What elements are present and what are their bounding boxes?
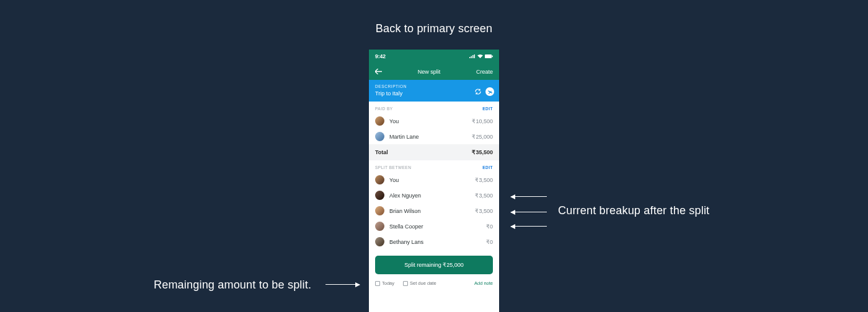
split-between-header: SPLIT BETWEEN EDIT xyxy=(369,160,499,172)
list-item[interactable]: You₹3,500 xyxy=(369,172,499,188)
split-between-label: SPLIT BETWEEN xyxy=(375,165,411,170)
arrow-icon xyxy=(511,212,547,212)
nav-title: New split xyxy=(418,69,441,75)
list-item-name: Martin Lane xyxy=(389,134,472,140)
avatar xyxy=(375,237,384,246)
list-item-name: Bethany Lans xyxy=(389,239,486,245)
total-row: Total ₹35,500 xyxy=(369,144,499,160)
due-date-label: Set due date xyxy=(410,280,436,286)
avatar xyxy=(375,222,384,231)
nav-bar: New split Create xyxy=(369,63,499,80)
list-item-amount: ₹25,000 xyxy=(472,134,493,140)
today-button[interactable]: Today xyxy=(375,280,394,286)
description-section: DESCRIPTION Trip to Italy xyxy=(369,80,499,102)
svg-rect-1 xyxy=(471,56,472,59)
list-item[interactable]: Stella Cooper₹0 xyxy=(369,219,499,234)
due-date-icon xyxy=(403,281,408,286)
category-travel-icon[interactable] xyxy=(485,87,494,96)
battery-icon xyxy=(485,54,493,58)
avatar xyxy=(375,132,384,141)
list-item-name: Alex Nguyen xyxy=(389,193,475,199)
paid-by-edit-button[interactable]: EDIT xyxy=(482,106,493,111)
paid-by-header: PAID BY EDIT xyxy=(369,102,499,113)
set-due-date-button[interactable]: Set due date xyxy=(403,280,436,286)
avatar xyxy=(375,175,384,184)
total-amount: ₹35,500 xyxy=(472,149,493,155)
status-icons xyxy=(469,54,493,58)
total-label: Total xyxy=(375,149,388,155)
calendar-icon xyxy=(375,281,380,286)
list-item[interactable]: You₹10,500 xyxy=(369,113,499,129)
list-item-amount: ₹0 xyxy=(486,239,493,245)
list-item-amount: ₹3,500 xyxy=(475,193,493,199)
svg-rect-2 xyxy=(472,55,474,58)
back-arrow-icon xyxy=(375,69,382,74)
avatar xyxy=(375,206,384,215)
arrow-icon xyxy=(511,196,547,197)
status-time: 9:42 xyxy=(375,53,386,59)
footer-bar: Today Set due date Add note xyxy=(369,279,499,287)
list-item-amount: ₹3,500 xyxy=(475,177,493,183)
add-note-button[interactable]: Add note xyxy=(474,280,493,286)
phone-frame: 9:42 New split Create DESCRIPTION Trip t… xyxy=(369,50,499,312)
list-item[interactable]: Alex Nguyen₹3,500 xyxy=(369,188,499,203)
annotation-top: Back to primary screen xyxy=(0,22,868,35)
list-item-amount: ₹3,500 xyxy=(475,208,493,214)
list-item[interactable]: Brian Wilson₹3,500 xyxy=(369,203,499,219)
signal-icon xyxy=(469,54,476,58)
arrow-icon xyxy=(511,226,547,227)
list-item-amount: ₹10,500 xyxy=(472,118,493,124)
list-item-name: Stella Cooper xyxy=(389,223,486,230)
status-bar: 9:42 xyxy=(369,50,499,63)
today-label: Today xyxy=(382,280,394,286)
back-button[interactable] xyxy=(375,69,382,74)
list-item-name: Brian Wilson xyxy=(389,208,475,214)
svg-rect-0 xyxy=(469,57,471,58)
refresh-icon[interactable] xyxy=(474,88,482,95)
svg-rect-3 xyxy=(474,54,476,58)
svg-rect-4 xyxy=(485,54,492,58)
create-button[interactable]: Create xyxy=(476,69,493,75)
annotation-right: Current breakup after the split xyxy=(558,204,709,217)
list-item[interactable]: Martin Lane₹25,000 xyxy=(369,129,499,144)
list-item[interactable]: Bethany Lans₹0 xyxy=(369,234,499,249)
split-remaining-button[interactable]: Split remaining ₹25,000 xyxy=(375,256,493,274)
list-item-amount: ₹0 xyxy=(486,223,493,230)
arrow-icon xyxy=(326,284,360,285)
wifi-icon xyxy=(477,54,483,58)
svg-rect-5 xyxy=(492,56,494,58)
annotation-left: Remainging amount to be split. xyxy=(154,279,311,292)
avatar xyxy=(375,191,384,200)
list-item-name: You xyxy=(389,177,475,183)
paid-by-label: PAID BY xyxy=(375,106,393,111)
split-between-edit-button[interactable]: EDIT xyxy=(482,165,493,170)
list-item-name: You xyxy=(389,118,472,124)
avatar xyxy=(375,116,384,126)
